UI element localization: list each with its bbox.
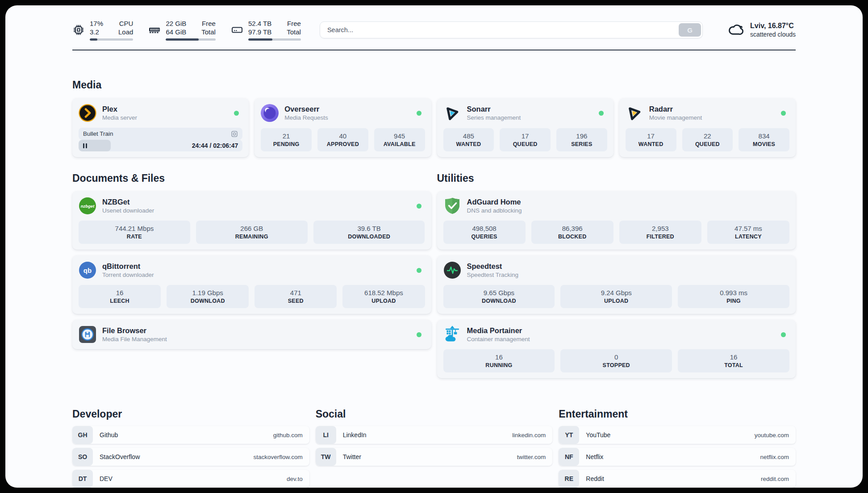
cpu-load-value: 3.2	[90, 28, 103, 36]
app-desc: DNS and adblocking	[467, 207, 522, 214]
stat-download: 1.19 GbpsDOWNLOAD	[167, 285, 249, 308]
top-bar: 17% 3.2 CPU Load	[72, 17, 796, 43]
disk-label-bottom: Total	[287, 28, 301, 36]
bookmark-url: netflix.com	[760, 454, 789, 460]
weather-widget: Lviv, 16.87°C scattered clouds	[727, 21, 796, 39]
app-card-filebrowser[interactable]: File Browser Media File Management	[72, 320, 431, 349]
ram-label-bottom: Total	[201, 28, 216, 36]
stat-remaining: 266 GBREMAINING	[196, 221, 308, 244]
app-name: qBittorrent	[102, 262, 154, 271]
filebrowser-icon	[79, 326, 96, 343]
app-desc: Movie management	[649, 114, 702, 121]
app-card-qbittorrent[interactable]: qb qBittorrent Torrent downloader 16LEEC…	[72, 255, 431, 314]
weather-condition: scattered clouds	[750, 30, 796, 38]
stat-total: 16TOTAL	[678, 349, 789, 372]
bookmark-url: dev.to	[287, 476, 303, 482]
cpu-label-bottom: Load	[118, 28, 133, 36]
bookmark-tag: SO	[72, 448, 93, 466]
status-dot	[599, 111, 604, 116]
stat-ping: 0.993 msPING	[678, 285, 789, 308]
section-title-utilities: Utilities	[437, 172, 796, 184]
disk-free-value: 52.4 TB	[248, 19, 271, 28]
stat-seed: 471SEED	[255, 285, 337, 308]
status-dot	[234, 111, 239, 116]
utilities-column: Utilities AdGuard Home DNS and adblockin…	[437, 172, 796, 384]
cpu-stat: 17% 3.2 CPU Load	[72, 19, 133, 41]
stat-blocked: 86,396BLOCKED	[531, 221, 613, 244]
stat-available: 945AVAILABLE	[374, 128, 425, 151]
bookmark-name: YouTube	[586, 431, 610, 439]
ram-free-value: 22 GiB	[166, 19, 186, 28]
bookmark-tag: RE	[559, 470, 579, 488]
bookmark-github[interactable]: GH Github github.com	[72, 426, 309, 444]
header-divider	[72, 50, 796, 50]
disk-stat: 52.4 TB 97.9 TB Free Total	[231, 19, 301, 41]
app-card-speedtest[interactable]: Speedtest Speedtest Tracking 9.65 GbpsDO…	[437, 255, 796, 314]
ram-total-value: 64 GiB	[166, 28, 186, 36]
portainer-icon	[443, 326, 461, 343]
bookmark-youtube[interactable]: YT YouTube youtube.com	[559, 426, 796, 444]
app-card-sonarr[interactable]: Sonarr Series management 485WANTED 17QUE…	[437, 98, 613, 157]
bookmark-dev[interactable]: DT DEV dev.to	[72, 470, 309, 488]
app-desc: Series management	[467, 114, 521, 121]
status-dot	[417, 332, 421, 337]
bookmark-url: twitter.com	[517, 454, 546, 460]
stat-queries: 498,508QUERIES	[443, 221, 526, 244]
qbittorrent-icon: qb	[79, 261, 96, 279]
bookmark-url: linkedin.com	[512, 432, 546, 439]
app-card-radarr[interactable]: Radarr Movie management 17WANTED 22QUEUE…	[619, 98, 796, 157]
app-desc: Speedtest Tracking	[467, 271, 519, 279]
disk-total-value: 97.9 TB	[248, 28, 271, 36]
app-name: File Browser	[102, 326, 167, 335]
app-desc: Usenet downloader	[102, 207, 154, 214]
status-dot	[417, 111, 421, 116]
cloud-icon	[727, 21, 745, 39]
stat-filtered: 2,953FILTERED	[619, 221, 701, 244]
cpu-progress-bar	[90, 38, 133, 41]
stat-queued: 17QUEUED	[500, 128, 551, 151]
app-desc: Torrent downloader	[102, 271, 154, 279]
bookmark-twitter[interactable]: TW Twitter twitter.com	[316, 448, 553, 466]
app-name: AdGuard Home	[467, 197, 522, 206]
stat-download: 9.65 GbpsDOWNLOAD	[443, 285, 555, 308]
bookmark-tag: NF	[559, 448, 579, 466]
app-name: Overseerr	[284, 104, 328, 113]
svg-text:nzbget: nzbget	[81, 204, 95, 209]
section-title-entertainment: Entertainment	[559, 408, 796, 420]
bookmark-group-developer: Developer GH Github github.com SO StackO…	[72, 408, 309, 488]
app-card-portainer[interactable]: Media Portainer Container management 16R…	[437, 320, 796, 378]
app-card-adguard[interactable]: AdGuard Home DNS and adblocking 498,508Q…	[437, 191, 796, 250]
cpu-icon	[72, 24, 85, 36]
speedtest-icon	[443, 261, 461, 279]
bookmark-stackoverflow[interactable]: SO StackOverflow stackoverflow.com	[72, 448, 309, 466]
dashboard-page: 17% 3.2 CPU Load	[5, 5, 863, 488]
app-name: Speedtest	[467, 262, 519, 271]
bookmark-linkedin[interactable]: LI LinkedIn linkedin.com	[316, 426, 553, 444]
stat-downloaded: 39.6 TBDOWNLOADED	[313, 221, 425, 244]
app-desc: Media server	[102, 114, 137, 121]
weather-location: Lviv, 16.87°C	[750, 21, 796, 30]
documents-column: Documents & Files nzbget NZBGet Usenet d…	[72, 172, 431, 355]
ram-progress-bar	[166, 38, 216, 41]
app-card-plex[interactable]: Plex Media server Bullet Train	[72, 98, 249, 157]
stat-stopped: 0STOPPED	[560, 349, 672, 372]
app-card-nzbget[interactable]: nzbget NZBGet Usenet downloader 744.21 M…	[72, 191, 431, 250]
search-input[interactable]	[320, 21, 703, 38]
svg-text:qb: qb	[83, 267, 92, 274]
bookmark-tag: TW	[316, 448, 336, 466]
bookmark-url: reddit.com	[761, 476, 789, 482]
bookmark-group-social: Social LI LinkedIn linkedin.com TW Twitt…	[316, 408, 553, 470]
bookmark-name: Github	[100, 431, 118, 439]
bookmark-netflix[interactable]: NF Netflix netflix.com	[559, 448, 796, 466]
system-stats: 17% 3.2 CPU Load	[72, 19, 301, 41]
app-card-overseerr[interactable]: Overseerr Media Requests 21PENDING 40APP…	[255, 98, 431, 157]
pause-button[interactable]	[83, 143, 87, 148]
stat-approved: 40APPROVED	[317, 128, 368, 151]
disk-icon	[231, 24, 243, 36]
search-bar: G	[320, 21, 703, 38]
playback-progress-bar[interactable]: 24:44 / 02:06:47	[79, 140, 242, 151]
search-engine-button[interactable]: G	[679, 23, 701, 37]
sonarr-icon	[443, 104, 461, 122]
now-playing-pill: Bullet Train	[79, 128, 242, 140]
bookmark-reddit[interactable]: RE Reddit reddit.com	[559, 470, 796, 488]
